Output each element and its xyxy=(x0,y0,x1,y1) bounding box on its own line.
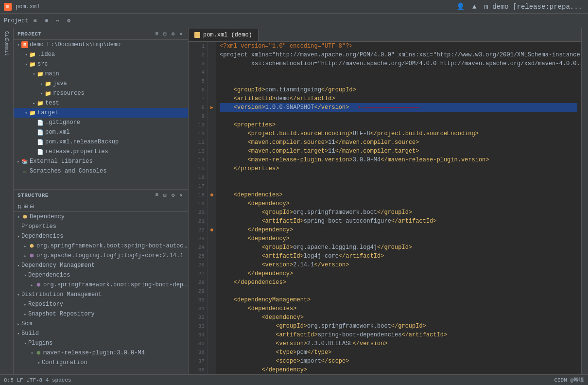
code-line xyxy=(220,112,577,121)
gutter-item xyxy=(208,234,216,243)
code-line: </properties> xyxy=(220,164,577,173)
code-segment: <groupId>org.springframework.boot</group… xyxy=(220,208,412,217)
line-number: 27 xyxy=(189,269,208,278)
code-line: <dependency> xyxy=(220,199,577,208)
project-tree-item[interactable]: 📄pom.xml.releaseBackup xyxy=(14,137,188,147)
gutter-item xyxy=(208,129,216,138)
tree-arrow: ▸ xyxy=(39,81,45,87)
struct-collapse-icon[interactable]: ⊟ xyxy=(30,202,34,210)
user-icon[interactable]: 👤 xyxy=(454,1,467,12)
tree-label: pom.xml.releaseBackup xyxy=(45,139,119,145)
structure-tree-item[interactable]: ▾Distribution Management xyxy=(14,290,188,299)
title-bar-left: m pom.xml xyxy=(4,3,454,11)
line-number: 25 xyxy=(189,252,208,261)
code-content[interactable]: <?xml version="1.0" encoding="UTF-8"?><p… xyxy=(216,42,581,374)
toolbar-settings[interactable]: ⚙ xyxy=(64,16,73,25)
project-tree-item[interactable]: 📄pom.xml xyxy=(14,127,188,137)
struct-arrow: ▾ xyxy=(22,340,28,346)
struct-icon-1[interactable]: ≡ xyxy=(154,192,160,199)
tab-pom-xml[interactable]: pom.xml (demo) xyxy=(189,29,259,41)
project-tree-item[interactable]: ▾mdemo E:\Documents\tmp\demo xyxy=(14,40,188,50)
struct-label: Configuration xyxy=(42,359,87,366)
structure-tree-item[interactable]: ▸⬢org.apache.logging.log4j:log4j-core:2.… xyxy=(14,251,188,261)
tab-label: pom.xml (demo) xyxy=(203,32,252,38)
panel-icon-close[interactable]: ✕ xyxy=(178,30,184,37)
code-editor[interactable]: 1234567891011121314151617181920212223242… xyxy=(189,42,581,374)
code-line: </dependencies> xyxy=(220,278,577,287)
code-segment: <maven.compiler.source>11</maven.compile… xyxy=(220,138,419,147)
structure-tree: ▾⬢DependencyProperties▾Dependencies▸⬢org… xyxy=(14,212,188,368)
toolbar-btn-2[interactable]: ⊞ xyxy=(42,16,51,25)
gutter-item xyxy=(208,42,216,51)
panel-icon-list[interactable]: ≡ xyxy=(154,30,160,37)
toolbar-btn-1[interactable]: ≡ xyxy=(30,17,39,25)
project-tree-item[interactable]: ▸📁resources xyxy=(14,88,188,98)
gutter-item xyxy=(208,296,216,304)
structure-tree-item[interactable]: ▾Dependency Management xyxy=(14,261,188,270)
struct-arrow: ▸ xyxy=(22,301,28,307)
line-number: 38 xyxy=(189,366,208,374)
project-tree-item[interactable]: ▾📁.idea xyxy=(14,50,188,59)
struct-label: Snapshot Repository xyxy=(28,311,95,317)
code-segment: <dependency> xyxy=(220,234,290,243)
struct-label: Dependencies xyxy=(28,272,70,279)
structure-tree-item[interactable]: ▾Configuration xyxy=(14,358,188,368)
structure-tree-item[interactable]: ▾Dependencies xyxy=(14,270,188,280)
structure-tree-item[interactable]: ▾Dependencies xyxy=(14,231,188,241)
line-number: 35 xyxy=(189,339,208,348)
line-number: 31 xyxy=(189,304,208,313)
code-line: <maven.compiler.target>11</maven.compile… xyxy=(220,147,577,156)
structure-tree-item[interactable]: ▸Scm xyxy=(14,319,188,329)
struct-expand-icon[interactable]: ⊞ xyxy=(23,202,27,210)
vtab-commit[interactable]: Commit xyxy=(1,42,12,52)
line-number: 4 xyxy=(189,68,208,77)
project-tree-item[interactable]: ✏Scratches and Consoles xyxy=(14,166,188,176)
line-number: 1 xyxy=(189,42,208,51)
structure-tree-item[interactable]: ▸Repository xyxy=(14,299,188,309)
code-segment xyxy=(220,112,234,121)
structure-tree-item[interactable]: ▸Snapshot Repository xyxy=(14,309,188,319)
gutter-item xyxy=(208,217,216,226)
struct-sort-icon[interactable]: ⇅ xyxy=(17,202,21,210)
struct-label: org.springframework.boot:spring-boot-dep… xyxy=(43,281,188,288)
code-segment: <version>2.3.0.RELEASE</version> xyxy=(220,339,388,348)
editor-area: pom.xml (demo) 1234567891011121314151617… xyxy=(189,28,581,374)
structure-tree-item[interactable]: ▾⬢Dependency xyxy=(14,212,188,222)
struct-label: Repository xyxy=(28,301,63,308)
project-tree-item[interactable]: 📄.gitignore xyxy=(14,118,188,127)
project-tree-item[interactable]: 📄release.properties xyxy=(14,147,188,157)
structure-tree-item[interactable]: ▾Build xyxy=(14,329,188,338)
maximize-icon[interactable]: ▲ xyxy=(470,2,478,12)
code-line: <groupId>org.springframework.boot</group… xyxy=(220,322,577,331)
code-segment: <artifactId>log4j-core</artifactId> xyxy=(220,252,384,261)
project-tree-item[interactable]: ▾📁main xyxy=(14,69,188,79)
project-tree-item[interactable]: ▸📚External Libraries xyxy=(14,157,188,166)
gutter-item xyxy=(208,94,216,103)
project-tree-item[interactable]: ▾📁target xyxy=(14,108,188,118)
structure-tree-item[interactable]: ▾Plugins xyxy=(14,338,188,348)
panel-icon-settings[interactable]: ⚙ xyxy=(170,30,176,37)
project-tree-item[interactable]: ▾📁src xyxy=(14,59,188,69)
code-line xyxy=(220,182,577,191)
structure-tree-item[interactable]: ▸⬢org.springframework.boot:spring-boot-a… xyxy=(14,241,188,251)
code-line: <dependencies> xyxy=(220,304,577,313)
code-line: <groupId>org.springframework.boot</group… xyxy=(220,208,577,217)
struct-icon-close[interactable]: ✕ xyxy=(178,192,184,199)
gutter-dot: ● xyxy=(210,226,214,234)
code-line: <scope>import</scope> xyxy=(220,357,577,366)
struct-label: Plugins xyxy=(28,340,52,347)
structure-tree-item[interactable]: Properties xyxy=(14,222,188,231)
gutter-item xyxy=(208,164,216,173)
project-tree-item[interactable]: ▸📁test xyxy=(14,98,188,108)
structure-tree-item[interactable]: ▾⬢maven-release-plugin:3.0.0-M4 xyxy=(14,348,188,358)
struct-icon-2[interactable]: ⊞ xyxy=(162,192,168,199)
structure-tree-item[interactable]: ▸⬢org.springframework.boot:spring-boot-d… xyxy=(14,280,188,290)
project-tree-item[interactable]: ▸📁java xyxy=(14,79,188,88)
struct-icon-settings[interactable]: ⚙ xyxy=(170,192,176,199)
code-segment: <artifactId>spring-boot-dependencies</ar… xyxy=(220,331,447,339)
gutter-item xyxy=(208,278,216,287)
toolbar-btn-3[interactable]: ↔ xyxy=(53,17,62,25)
gutter-item xyxy=(208,357,216,366)
gutter-item xyxy=(208,156,216,164)
panel-icon-layout[interactable]: ⊞ xyxy=(162,30,168,37)
